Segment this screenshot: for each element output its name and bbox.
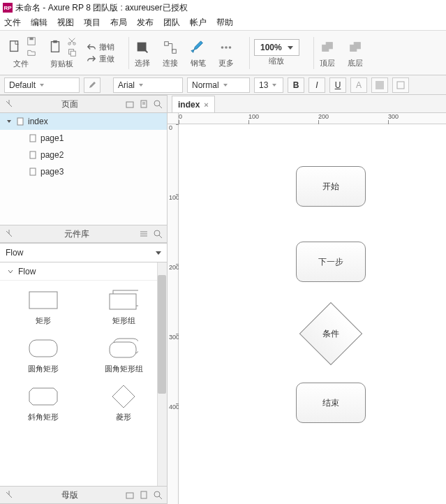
svg-rect-34 <box>110 342 136 357</box>
cut-icon[interactable] <box>67 36 77 46</box>
svg-point-28 <box>154 230 160 236</box>
menu-icon[interactable] <box>139 229 149 239</box>
close-icon[interactable]: × <box>204 101 208 109</box>
menu-edit[interactable]: 编辑 <box>31 17 47 29</box>
svg-rect-32 <box>29 340 57 357</box>
svg-rect-3 <box>52 42 59 52</box>
node-next[interactable]: 下一步 <box>296 242 366 282</box>
svg-rect-21 <box>126 102 133 108</box>
ruler-vertical: 0 100 200 300 400 <box>168 124 179 504</box>
tab-index[interactable]: index × <box>172 96 215 112</box>
lib-item-bevel-rect[interactable]: 斜角矩形 <box>4 387 82 422</box>
format-bar: Default Arial Normal 13 B I U A <box>0 75 446 95</box>
underline-button[interactable]: U <box>329 77 346 93</box>
pin-icon[interactable] <box>4 229 14 239</box>
menu-publish[interactable]: 发布 <box>137 17 154 29</box>
svg-rect-2 <box>29 38 33 40</box>
tree-item-page3[interactable]: page3 <box>0 163 167 180</box>
menu-team[interactable]: 团队 <box>163 17 180 29</box>
masters-panel-header: 母版 <box>0 486 167 504</box>
size-combo[interactable]: 13 <box>254 77 283 93</box>
undo-button[interactable]: 撤销 <box>87 42 114 52</box>
svg-rect-8 <box>70 51 75 56</box>
app-icon: RP <box>3 3 13 13</box>
paste-icon[interactable] <box>46 36 64 57</box>
svg-rect-4 <box>53 40 57 43</box>
svg-rect-31 <box>110 294 136 309</box>
svg-rect-0 <box>10 41 18 52</box>
fill-color-button[interactable] <box>371 77 388 93</box>
more-tool[interactable] <box>217 37 235 58</box>
search-icon[interactable] <box>153 229 163 239</box>
bold-button[interactable]: B <box>288 77 304 93</box>
font-color-button[interactable]: A <box>350 77 367 93</box>
lib-item-round-rect[interactable]: 圆角矩形 <box>4 339 82 374</box>
library-body: Flow 矩形 矩形组 圆角矩形 圆角矩形组 <box>0 262 167 486</box>
connect-tool[interactable] <box>161 37 179 58</box>
pen-tool[interactable] <box>189 37 207 58</box>
zoom-combo[interactable]: 100% <box>254 39 299 56</box>
scrollbar-thumb[interactable] <box>158 275 166 394</box>
add-folder-icon[interactable] <box>125 99 135 109</box>
save-icon[interactable] <box>27 36 36 46</box>
menu-help[interactable]: 帮助 <box>216 17 233 29</box>
menu-layout[interactable]: 布局 <box>110 17 127 29</box>
copy-icon[interactable] <box>67 47 77 57</box>
tree-root[interactable]: index <box>0 113 167 130</box>
add-page-icon[interactable] <box>139 99 149 109</box>
add-master-icon[interactable] <box>139 490 149 500</box>
svg-rect-25 <box>30 135 36 142</box>
tree-item-page2[interactable]: page2 <box>0 147 167 163</box>
svg-rect-26 <box>30 151 36 158</box>
node-start[interactable]: 开始 <box>296 166 366 207</box>
search-icon[interactable] <box>153 99 163 109</box>
pin-icon[interactable] <box>4 99 14 109</box>
search-icon[interactable] <box>153 490 163 500</box>
node-end[interactable]: 结束 <box>296 383 366 423</box>
canvas-area: index × 0 100 200 300 0 100 200 300 400 … <box>168 95 446 504</box>
node-condition[interactable]: 条件 <box>303 306 359 362</box>
window-title: 未命名 - Axure RP 8 团队版 : axureuser已授权 <box>15 2 188 14</box>
svg-rect-19 <box>376 81 384 89</box>
new-file-icon[interactable] <box>6 36 24 57</box>
file-label: 文件 <box>13 59 29 69</box>
tree-item-page1[interactable]: page1 <box>0 130 167 147</box>
lib-item-diamond[interactable]: 菱形 <box>85 387 163 422</box>
menu-account[interactable]: 帐户 <box>190 17 207 29</box>
select-tool[interactable] <box>133 37 151 58</box>
svg-point-23 <box>154 101 160 106</box>
bring-front-icon[interactable] <box>318 37 336 58</box>
lib-item-round-rect-group[interactable]: 圆角矩形组 <box>85 339 163 374</box>
page-icon <box>28 133 38 143</box>
open-icon[interactable] <box>27 47 36 57</box>
italic-button[interactable]: I <box>309 77 325 93</box>
svg-rect-16 <box>326 43 332 49</box>
canvas[interactable]: 开始 下一步 条件 结束 <box>179 124 446 504</box>
style-edit-icon[interactable] <box>84 77 101 93</box>
redo-button[interactable]: 重做 <box>87 54 114 64</box>
svg-rect-10 <box>165 42 169 46</box>
pages-panel-header: 页面 <box>0 95 167 113</box>
border-button[interactable] <box>392 77 409 93</box>
menu-file[interactable]: 文件 <box>4 17 21 29</box>
menu-project[interactable]: 项目 <box>84 17 101 29</box>
lib-item-rect[interactable]: 矩形 <box>4 290 82 326</box>
add-folder-icon[interactable] <box>125 490 135 500</box>
library-select[interactable]: Flow <box>0 243 167 262</box>
send-back-icon[interactable] <box>346 37 364 58</box>
page-icon <box>28 150 38 160</box>
lib-item-rect-group[interactable]: 矩形组 <box>85 290 163 326</box>
weight-combo[interactable]: Normal <box>187 77 250 93</box>
page-icon <box>28 167 38 177</box>
font-combo[interactable]: Arial <box>113 77 183 93</box>
library-category[interactable]: Flow <box>0 262 167 281</box>
svg-point-13 <box>225 46 228 49</box>
document-tabs: index × <box>168 95 446 113</box>
style-combo[interactable]: Default <box>4 77 80 93</box>
svg-rect-20 <box>397 82 404 89</box>
svg-rect-18 <box>350 45 356 51</box>
main-toolbar: 文件 剪贴板 撤销 重做 选择 连接 钢笔 更多 100% 缩放 <box>0 31 446 75</box>
menu-view[interactable]: 视图 <box>57 17 74 29</box>
svg-point-14 <box>229 46 232 49</box>
pin-icon[interactable] <box>4 490 14 500</box>
